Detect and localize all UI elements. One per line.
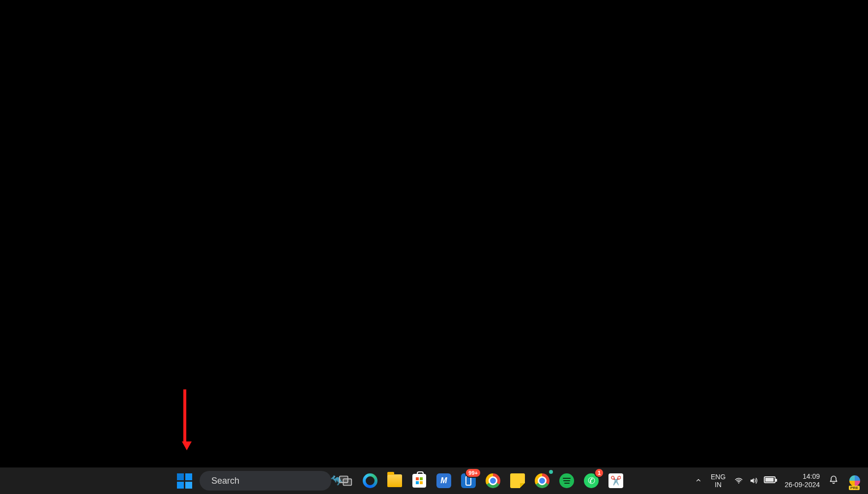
language-indicator[interactable]: ENG IN	[711, 473, 725, 489]
store-icon	[412, 474, 426, 488]
system-tray: ENG IN 14:09 26-09-2024 PRE	[695, 472, 866, 489]
spotify-icon	[559, 473, 574, 488]
taskbar: 🦘 M 99+ ✆ 1	[0, 467, 868, 494]
notifications-button[interactable]	[829, 475, 839, 487]
microsoft-store-button[interactable]	[409, 470, 430, 491]
copilot-pre-badge: PRE	[849, 486, 860, 490]
edge-icon	[363, 473, 377, 488]
whatsapp-badge: 1	[594, 468, 604, 478]
phone-link-button[interactable]: 99+	[458, 470, 479, 491]
svg-rect-3	[343, 479, 351, 485]
wifi-icon	[734, 476, 743, 485]
clock-date: 26-09-2024	[784, 481, 820, 489]
whatsapp-button[interactable]: ✆ 1	[581, 470, 602, 491]
copilot-button[interactable]: PRE	[847, 473, 862, 488]
start-button[interactable]	[173, 469, 196, 492]
battery-icon	[764, 476, 776, 483]
quick-settings-button[interactable]	[734, 476, 776, 485]
copilot-icon	[849, 475, 860, 486]
clock-button[interactable]: 14:09 26-09-2024	[784, 472, 820, 489]
chrome-alt-button[interactable]	[532, 470, 552, 491]
chrome-button[interactable]	[483, 470, 503, 491]
bell-icon	[829, 475, 839, 485]
app-blue-m-icon: M	[436, 473, 451, 488]
phone-link-badge: 99+	[465, 468, 481, 478]
sticky-notes-icon	[510, 473, 525, 488]
snipping-tool-icon: ✂️	[608, 473, 623, 488]
search-input[interactable]	[211, 476, 325, 486]
spotify-button[interactable]	[556, 470, 577, 491]
lang-bottom: IN	[711, 481, 725, 489]
annotation-arrow	[182, 389, 188, 448]
svg-point-4	[738, 482, 739, 483]
file-explorer-button[interactable]	[384, 470, 405, 491]
sticky-notes-button[interactable]	[507, 470, 528, 491]
clock-time: 14:09	[784, 472, 820, 481]
task-view-button[interactable]	[335, 470, 356, 491]
folder-icon	[387, 474, 402, 487]
chevron-up-icon	[695, 477, 702, 484]
app-blue-m-button[interactable]: M	[434, 470, 454, 491]
status-dot	[548, 469, 554, 475]
windows-logo-icon	[177, 473, 192, 489]
volume-icon	[749, 476, 758, 485]
lang-top: ENG	[711, 473, 725, 481]
chrome-icon	[535, 473, 550, 488]
taskbar-search[interactable]: 🦘	[200, 471, 331, 491]
tray-overflow-button[interactable]	[695, 477, 702, 485]
edge-button[interactable]	[360, 470, 380, 491]
snipping-tool-button[interactable]: ✂️	[606, 470, 626, 491]
chrome-icon	[486, 473, 500, 488]
task-view-icon	[338, 473, 353, 488]
